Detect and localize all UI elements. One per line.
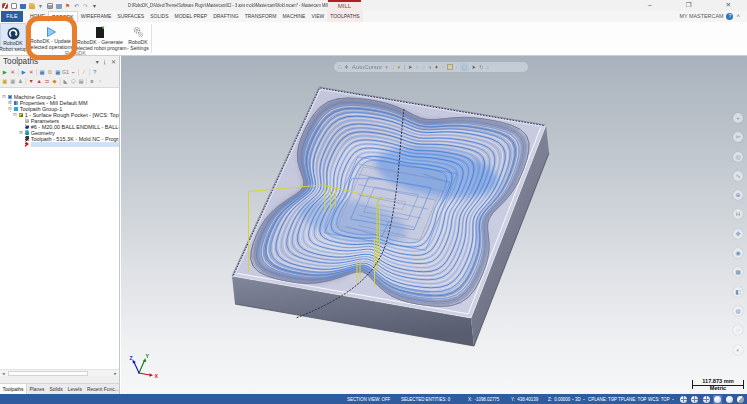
autocursor-label[interactable]: AutoCursor — [352, 63, 382, 72]
dash1[interactable]: - — [442, 63, 444, 72]
shade-button[interactable]: ◍ — [733, 306, 743, 316]
help-icon[interactable]: ? — [91, 68, 99, 76]
wireframe-hidden-icon[interactable] — [690, 395, 699, 404]
shaded-icon[interactable] — [713, 395, 722, 404]
lock-icon[interactable]: □ — [338, 63, 341, 72]
print-icon[interactable] — [46, 2, 53, 10]
section-button[interactable]: ◧ — [733, 287, 743, 297]
spline-button[interactable]: ∿ — [733, 171, 743, 181]
open-dropdown-icon[interactable]: ▾ — [37, 2, 44, 10]
measure-icon[interactable]: ⌕ — [487, 63, 490, 72]
restore-button[interactable]: ❐ — [686, 0, 692, 10]
home-view-button[interactable]: H — [733, 209, 743, 219]
move-down-icon[interactable]: ▼ — [27, 77, 35, 85]
doc-edit-icon[interactable]: ≡ — [88, 77, 96, 85]
minimize-button[interactable]: – — [648, 0, 652, 10]
scroll-left-icon[interactable]: ◂ — [0, 370, 7, 377]
xyz-entry-icon[interactable]: ⁚⁚ — [391, 63, 394, 72]
panel-menu-icon[interactable]: ▾ — [96, 58, 99, 66]
robodk-settings-button[interactable]: RoboDK - Settings — [125, 23, 151, 49]
sep[interactable]: | — [404, 63, 405, 72]
close-button[interactable]: ✕ — [726, 0, 731, 10]
section-view-status[interactable]: SECTION VIEW: OFF — [347, 397, 390, 402]
outline-button[interactable]: ◌ — [733, 325, 743, 335]
coordinate-y: Y: 438.40139 — [511, 397, 538, 402]
my-mastercam-label[interactable]: MY MASTERCAM — [680, 13, 724, 19]
planes-cursor-icon[interactable]: ➤ — [472, 63, 477, 72]
save-some-icon[interactable] — [55, 2, 62, 10]
open-file-icon[interactable] — [28, 2, 35, 10]
select-all-operations-icon[interactable]: ▶ — [1, 68, 9, 76]
material-button[interactable]: ◐ — [733, 345, 743, 355]
wireframe-icon[interactable] — [679, 395, 688, 404]
qat-dropdown-icon[interactable]: ▾ — [91, 2, 98, 10]
tree-row[interactable]: ⊟ 1 - Surface Rough Pocket - [WCS: Top] … — [0, 112, 119, 118]
simulate-icon[interactable]: ▦ — [54, 68, 62, 76]
backplot-icon[interactable]: ▦ — [38, 68, 46, 76]
select-assoc-icon[interactable]: ◣ — [62, 77, 70, 85]
translucent-icon[interactable] — [736, 395, 745, 404]
lock-gray-icon[interactable]: ▣ — [9, 77, 17, 85]
autocursor-icon[interactable]: ✛ — [344, 63, 349, 72]
gnomon-toggle-icon[interactable]: ▢ — [460, 63, 468, 72]
cut-button[interactable]: ✄ — [733, 132, 743, 142]
svg-text:Y: Y — [146, 353, 150, 359]
autocursor-dropdown-icon[interactable]: ▾ — [385, 63, 388, 72]
scroll-right-icon[interactable]: ▸ — [112, 370, 119, 377]
regen-selected-icon[interactable]: ▶ — [20, 68, 28, 76]
wcs-status[interactable]: WCS: TOP — [648, 397, 670, 402]
pan-button[interactable]: ⊕ — [733, 190, 743, 200]
override-icon[interactable]: ● — [397, 63, 400, 72]
tree-expander[interactable]: ⊟ — [13, 112, 19, 117]
edit-path-icon[interactable]: ⌐ — [69, 68, 77, 76]
dash2[interactable]: - — [456, 63, 458, 72]
insert-arrow-move-icon[interactable]: ⊐ — [43, 77, 51, 85]
tree-horizontal-scrollbar[interactable]: ◂ ▸ — [0, 369, 119, 376]
tab-file[interactable]: FILE — [1, 11, 23, 22]
select-pie-icon[interactable]: ◑ — [428, 63, 431, 72]
undo-icon[interactable]: ↶ — [73, 2, 80, 10]
move-up-icon[interactable]: ▲ — [35, 77, 43, 85]
save-icon[interactable] — [19, 2, 26, 10]
help-icon[interactable]: ? — [726, 13, 733, 20]
insert-special-icon[interactable]: ◆ — [51, 77, 59, 85]
tree-expander[interactable]: ⊟ — [2, 94, 8, 99]
misc-icon[interactable]: ◔ — [96, 77, 104, 85]
ribbon-tab-row: FILE HOME ROBODK WIREFRAME SURFACES SOLI… — [0, 11, 747, 22]
new-file-icon[interactable] — [10, 2, 17, 10]
panel-pin-icon[interactable]: ⊺ — [103, 58, 106, 66]
rotate-icon[interactable]: ↻ — [479, 63, 484, 72]
panel-close-icon[interactable]: ✕ — [111, 58, 116, 66]
highfeed-icon[interactable]: ⁄ — [80, 68, 88, 76]
display-icon[interactable]: ♟ — [17, 77, 25, 85]
collapse-ribbon-icon[interactable]: ˄ — [736, 13, 740, 19]
scrollbar-thumb[interactable] — [8, 371, 88, 376]
select-star-icon[interactable]: ✦ — [434, 63, 439, 72]
select-circle-icon[interactable]: ○ — [422, 63, 425, 72]
mode-3d[interactable]: 3D — [575, 397, 581, 402]
robodk-robot-setup-button[interactable]: RoboDK Robot setup — [0, 23, 26, 49]
shaded-edges-icon[interactable] — [725, 395, 734, 404]
redo-icon[interactable]: ↷ — [82, 2, 89, 10]
tree-row[interactable] — [0, 142, 119, 148]
hidden-outline-icon[interactable] — [702, 395, 711, 404]
mastercam-logo-icon[interactable] — [1, 2, 8, 10]
regen-dirty-icon[interactable]: ✕ — [27, 68, 35, 76]
zoom-in-button[interactable]: + — [733, 113, 743, 123]
unselect-all-operations-icon[interactable]: ✕ — [9, 68, 17, 76]
lock-icon[interactable]: ▣ — [1, 77, 9, 85]
orbit-button[interactable]: ◉ — [733, 248, 743, 258]
zoom-target-button[interactable]: ◎ — [733, 152, 743, 162]
robodk-generate-program-button[interactable]: RoboDK - Generate selected robot program — [75, 23, 125, 49]
selection-cursor-icon[interactable]: ➤ — [408, 63, 413, 72]
flag-icon[interactable]: ⚑ — [64, 2, 71, 10]
select-result-icon[interactable]: ○ — [416, 63, 419, 72]
grid-button[interactable]: ▦ — [733, 267, 743, 277]
graphics-viewport[interactable]: XYZ □ ✛ AutoCursor ▾ ⁚⁚ ● | ➤ ○ ○ — [121, 56, 747, 394]
polygon-icon[interactable]: ⬠ — [69, 77, 77, 85]
plane-swatch[interactable] — [447, 64, 453, 70]
post-g1-icon[interactable]: G1 — [62, 68, 70, 76]
fit-button[interactable]: ✥ — [733, 229, 743, 239]
verify-icon[interactable]: ⧉ — [46, 68, 54, 76]
image-dropdown-icon[interactable]: ▤ — [77, 77, 85, 85]
